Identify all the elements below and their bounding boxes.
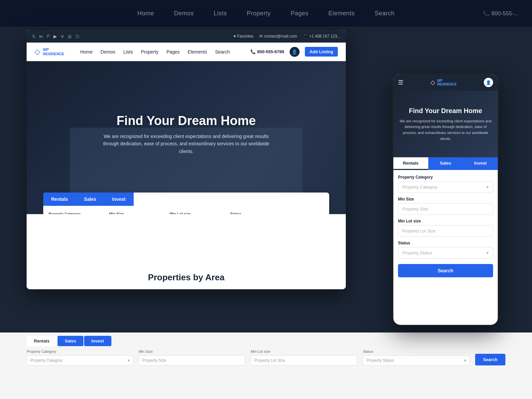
bottom-tab-rentals[interactable]: Rentals: [27, 336, 57, 346]
linkedin-icon: in: [39, 34, 43, 39]
mobile-category-placeholder: Property Category: [402, 185, 438, 190]
mobile-logo[interactable]: ◇ WP RESIDENCE: [431, 79, 457, 86]
mobile-logo-text: WP RESIDENCE: [437, 79, 457, 86]
mobile-status-placeholder: Property Status: [402, 250, 432, 255]
bottom-strip: Rentals Sales Invest Property Category P…: [0, 332, 532, 399]
bottom-tab-sales[interactable]: Sales: [58, 336, 83, 346]
size-field: Min Size: [109, 212, 166, 214]
bottom-fields-row: Property Category Property Category ▾ Mi…: [0, 349, 532, 365]
mobile-status-chevron: ▾: [486, 250, 489, 255]
nav-home[interactable]: Home: [80, 49, 92, 55]
bottom-category-label: Property Category: [27, 349, 133, 353]
tab-invest[interactable]: Invest: [104, 193, 133, 206]
mobile-tab-sales[interactable]: Sales: [428, 157, 463, 170]
bg-nav-lists: Lists: [214, 10, 227, 17]
tab-rentals[interactable]: Rentals: [43, 193, 76, 206]
nav-lists[interactable]: Lists: [123, 49, 133, 55]
top-social-bar: 𝕏 in 𝓟 ▶ V ◎ ⬡ ♥ Favorites ✉ contact@mai…: [27, 30, 346, 43]
email-link[interactable]: ✉ contact@mail.com: [259, 34, 297, 39]
mobile-mockup: ☰ ◇ WP RESIDENCE 👤 Find Your Dream Home …: [392, 73, 499, 326]
bottom-lot-label: Min Lot size: [251, 349, 357, 353]
top-bar-right: ♥ Favorites ✉ contact@mail.com 📱 +1 408 …: [233, 34, 340, 39]
properties-by-area-title: Properties by Area: [148, 272, 224, 283]
pinterest-icon: 𝓟: [47, 34, 50, 39]
bottom-tabs-row: Rentals Sales Invest: [0, 332, 532, 349]
nav-search[interactable]: Search: [215, 49, 230, 55]
bottom-status-chevron: ▾: [464, 358, 466, 363]
hero-title: Find Your Dream Home: [100, 114, 273, 128]
mobile-user-icon[interactable]: 👤: [484, 78, 493, 87]
mobile-lot-input-wrapper[interactable]: Property Lot Size: [398, 225, 493, 237]
nav-property[interactable]: Property: [141, 49, 159, 55]
category-field: Property Category ▾: [49, 212, 105, 214]
bottom-tab-invest[interactable]: Invest: [84, 336, 111, 346]
hero-subtitle: We are recognized for exceeding client e…: [100, 133, 273, 155]
bottom-status-label: Status: [363, 349, 469, 353]
hero-content: Find Your Dream Home We are recognized f…: [100, 114, 273, 155]
bottom-lot-placeholder: Property Lot Size: [254, 358, 285, 363]
mobile-lot-placeholder: Property Lot Size: [402, 228, 436, 233]
properties-area: Properties by Area: [27, 246, 346, 289]
lot-field: Min Lot size: [170, 212, 226, 214]
search-box: Rentals Sales Invest Property Category ▾…: [43, 193, 329, 214]
bottom-category-placeholder: Property Category: [30, 358, 63, 363]
nav-elements[interactable]: Elements: [188, 49, 207, 55]
logo-text: WP RESIDENCE: [43, 48, 64, 56]
bottom-search-button[interactable]: Search: [475, 354, 505, 365]
desktop-mockup: 𝕏 in 𝓟 ▶ V ◎ ⬡ ♥ Favorites ✉ contact@mai…: [27, 30, 346, 289]
nav-pages[interactable]: Pages: [167, 49, 180, 55]
bottom-size-field: Min Size Property Size: [139, 349, 245, 365]
bottom-lot-field: Min Lot size Property Lot Size: [251, 349, 357, 365]
twitter-icon: 𝕏: [32, 34, 35, 39]
bottom-lot-input[interactable]: Property Lot Size: [251, 355, 357, 365]
mobile-category-chevron: ▾: [486, 185, 489, 190]
user-icon[interactable]: 👤: [290, 47, 300, 57]
bg-nav-home: Home: [137, 10, 154, 17]
mobile-search-button[interactable]: Search: [398, 264, 493, 277]
bottom-status-field: Status Property Status ▾: [363, 349, 469, 365]
bg-nav-demos: Demos: [174, 10, 194, 17]
mobile-hero: Find Your Dream Home We are recognized f…: [393, 91, 498, 157]
lot-label: Min Lot size: [170, 212, 226, 214]
bg-nav-property: Property: [247, 10, 271, 17]
bg-nav-phone: 📞 800-555-...: [483, 10, 519, 17]
mobile-logo-icon: ◇: [431, 79, 435, 86]
mobile-hero-title: Find Your Dream Home: [409, 106, 482, 115]
tab-sales[interactable]: Sales: [76, 193, 104, 206]
add-listing-button[interactable]: Add Listing: [305, 47, 338, 57]
bottom-size-label: Min Size: [139, 349, 245, 353]
category-label: Property Category: [49, 212, 105, 214]
hero-section: Find Your Dream Home We are recognized f…: [27, 61, 346, 214]
search-fields: Property Category ▾ Min Size Min Lot siz…: [43, 206, 329, 214]
mobile-size-input-wrapper[interactable]: Property Size: [398, 203, 493, 215]
mobile-tab-rentals[interactable]: Rentals: [393, 157, 428, 170]
mobile-category-group: Property Category Property Category ▾: [398, 175, 493, 193]
hamburger-icon[interactable]: ☰: [398, 79, 403, 86]
mobile-status-select-wrapper[interactable]: Property Status ▾: [398, 247, 493, 259]
bottom-status-placeholder: Property Status: [366, 358, 394, 363]
mobile-lot-group: Min Lot size Property Lot Size: [398, 219, 493, 237]
youtube-icon: ▶: [54, 34, 57, 39]
nav-demos[interactable]: Demos: [101, 49, 115, 55]
bottom-category-input[interactable]: Property Category ▾: [27, 355, 133, 365]
mobile-tab-invest[interactable]: Invest: [463, 157, 498, 170]
search-tabs: Rentals Sales Invest: [43, 193, 329, 206]
mobile-category-label: Property Category: [398, 175, 493, 180]
bottom-size-input[interactable]: Property Size: [139, 355, 245, 365]
mobile-status-label: Status: [398, 241, 493, 245]
mobile-status-group: Status Property Status ▾: [398, 241, 493, 259]
background-nav: Home Demos Lists Property Pages Elements…: [0, 0, 532, 27]
vimeo-icon: V: [61, 34, 64, 39]
header-phone: 📞 800-555-6789: [250, 49, 284, 54]
mobile-tabs: Rentals Sales Invest: [393, 157, 498, 170]
bottom-status-input[interactable]: Property Status ▾: [363, 355, 469, 365]
bg-nav-elements: Elements: [329, 10, 355, 17]
mobile-category-select-wrapper[interactable]: Property Category ▾: [398, 181, 493, 193]
logo[interactable]: ◇ WP RESIDENCE: [35, 48, 64, 56]
size-label: Min Size: [109, 212, 166, 214]
mobile-header: ☰ ◇ WP RESIDENCE 👤: [393, 74, 498, 91]
logo-icon: ◇: [35, 48, 40, 56]
mobile-lot-label: Min Lot size: [398, 219, 493, 223]
mobile-size-placeholder: Property Size: [402, 206, 428, 211]
favorites-link[interactable]: ♥ Favorites: [233, 34, 253, 39]
